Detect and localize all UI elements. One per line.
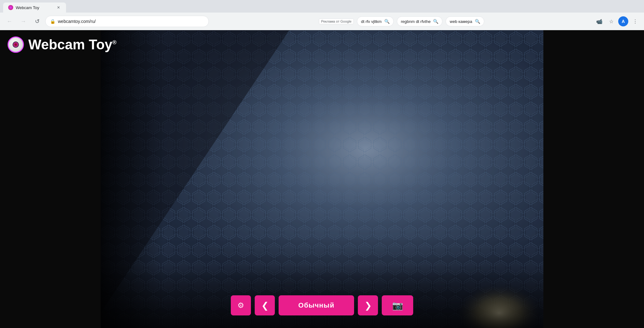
- chevron-left-icon: ❮: [261, 300, 269, 311]
- logo-icon: [8, 36, 24, 53]
- reload-button[interactable]: ↺: [31, 16, 43, 27]
- search-pill-1-text: dt rfv vjltkm: [361, 19, 382, 24]
- camera-icon-btn[interactable]: 📹: [594, 16, 604, 26]
- take-photo-button[interactable]: 📷: [382, 295, 413, 315]
- tab-favicon: [8, 5, 13, 10]
- logo-icon-inner: [13, 41, 19, 48]
- current-mode-button[interactable]: Обычный: [279, 295, 354, 315]
- mode-label: Обычный: [298, 301, 335, 309]
- back-button[interactable]: ←: [4, 16, 15, 27]
- prev-filter-button[interactable]: ❮: [255, 295, 275, 315]
- toolbar-right: 📹 ☆ A ⋮: [594, 16, 640, 26]
- settings-button[interactable]: ⚙: [231, 295, 251, 315]
- camera-icon: 📷: [392, 300, 403, 311]
- side-panel-right: [543, 30, 644, 328]
- url-text: webcamtoy.com/ru/: [58, 19, 204, 24]
- profile-button[interactable]: A: [618, 16, 628, 26]
- controls-bar: ⚙ ❮ Обычный ❯ 📷: [231, 295, 413, 315]
- tab-close-button[interactable]: ✕: [56, 5, 61, 10]
- search-pill-3[interactable]: web камера 🔍: [446, 16, 484, 26]
- webcam-logo: Webcam Toy®: [0, 30, 124, 59]
- camera-feed: [101, 30, 543, 328]
- tab-title: Webcam Toy: [16, 5, 39, 10]
- page-content: Webcam Toy®: [0, 30, 644, 328]
- active-tab[interactable]: Webcam Toy ✕: [3, 3, 66, 13]
- search-icon-3: 🔍: [475, 19, 480, 24]
- lock-icon: 🔒: [50, 19, 55, 24]
- tab-bar: Webcam Toy ✕: [0, 0, 644, 13]
- search-pill-3-text: web камера: [450, 19, 472, 24]
- chevron-right-icon: ❯: [364, 300, 372, 311]
- browser-chrome: Webcam Toy ✕ ← → ↺ 🔒 webcamtoy.com/ru/ Р…: [0, 0, 644, 30]
- menu-icon-btn[interactable]: ⋮: [630, 16, 640, 26]
- browser-toolbar: ← → ↺ 🔒 webcamtoy.com/ru/ Реклама от Goo…: [0, 13, 644, 30]
- next-filter-button[interactable]: ❯: [358, 295, 378, 315]
- search-pill-1[interactable]: dt rfv vjltkm 🔍: [357, 16, 394, 26]
- address-bar[interactable]: 🔒 webcamtoy.com/ru/: [45, 16, 209, 27]
- forward-button[interactable]: →: [18, 16, 29, 27]
- gear-icon: ⚙: [237, 301, 244, 310]
- search-icon-1: 🔍: [384, 19, 390, 24]
- search-icon-2: 🔍: [433, 19, 438, 24]
- left-dark-overlay: [101, 30, 164, 328]
- ad-label: Реклама от Google: [319, 19, 354, 24]
- camera-background: [101, 30, 543, 328]
- search-pill-2-text: regbnm dt rfvthe: [401, 19, 431, 24]
- logo-text: Webcam Toy®: [28, 37, 117, 52]
- search-pill-2[interactable]: regbnm dt rfvthe 🔍: [397, 16, 443, 26]
- ad-search-area: Реклама от Google dt rfv vjltkm 🔍 regbnm…: [211, 16, 592, 26]
- side-panel-left: [0, 30, 101, 328]
- bookmark-icon-btn[interactable]: ☆: [606, 16, 616, 26]
